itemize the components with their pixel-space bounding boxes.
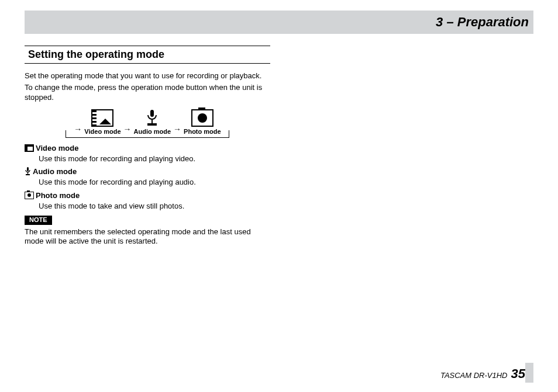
note-text: The unit remembers the selected operatin… bbox=[25, 227, 270, 247]
mode-block-video: Video mode Use this mode for recording a… bbox=[25, 144, 270, 164]
page-number: 35 bbox=[511, 366, 525, 381]
mode-title-photo: Photo mode bbox=[36, 191, 80, 200]
mode-cycle-row: → Video mode → Audio mode bbox=[66, 109, 229, 136]
arrow-icon: → bbox=[173, 124, 181, 136]
footer: TASCAM DR-V1HD 35 bbox=[440, 366, 525, 381]
photo-mode-icon bbox=[25, 192, 34, 199]
diagram-label-audio: Audio mode bbox=[134, 128, 171, 136]
footer-product: TASCAM DR-V1HD bbox=[440, 371, 508, 380]
mode-cycle-diagram: → Video mode → Audio mode bbox=[66, 109, 229, 138]
diagram-item-video: Video mode bbox=[84, 109, 120, 136]
arrow-icon: → bbox=[123, 124, 132, 136]
intro-paragraph-1: Set the operating mode that you want to … bbox=[25, 71, 270, 81]
mode-desc-audio: Use this mode for recording and playing … bbox=[39, 178, 270, 187]
audio-mode-icon bbox=[141, 109, 163, 127]
svg-rect-5 bbox=[26, 174, 30, 175]
svg-rect-2 bbox=[147, 123, 157, 126]
diagram-item-audio: Audio mode bbox=[134, 109, 171, 136]
arrow-icon: → bbox=[74, 124, 82, 136]
mode-title-video: Video mode bbox=[36, 144, 78, 152]
diagram-item-photo: Photo mode bbox=[184, 109, 221, 136]
diagram-label-video: Video mode bbox=[84, 128, 120, 136]
intro-paragraph-2: To change the mode, press the operation … bbox=[25, 83, 270, 102]
chapter-title: 3 – Preparation bbox=[436, 15, 529, 30]
manual-page: 3 – Preparation Setting the operating mo… bbox=[0, 0, 558, 392]
video-mode-icon bbox=[91, 109, 113, 127]
mode-title-audio: Audio mode bbox=[33, 167, 77, 176]
note-tag: NOTE bbox=[25, 216, 52, 225]
mode-desc-photo: Use this mode to take and view still pho… bbox=[39, 202, 270, 211]
diagram-label-photo: Photo mode bbox=[184, 128, 221, 136]
section-heading-rule: Setting the operating mode bbox=[25, 46, 270, 64]
side-tab bbox=[525, 363, 533, 383]
mode-block-audio: Audio mode Use this mode for recording a… bbox=[25, 167, 270, 188]
audio-mode-icon bbox=[25, 167, 31, 176]
svg-rect-0 bbox=[150, 110, 154, 117]
svg-rect-3 bbox=[27, 167, 29, 171]
mode-block-photo: Photo mode Use this mode to take and vie… bbox=[25, 191, 270, 211]
video-mode-icon bbox=[25, 144, 34, 152]
body-column: Set the operating mode that you want to … bbox=[25, 71, 270, 246]
section-heading: Setting the operating mode bbox=[28, 48, 164, 60]
mode-desc-video: Use this mode for recording and playing … bbox=[39, 154, 270, 164]
photo-mode-icon bbox=[191, 109, 213, 127]
header-bar: 3 – Preparation bbox=[25, 11, 533, 34]
